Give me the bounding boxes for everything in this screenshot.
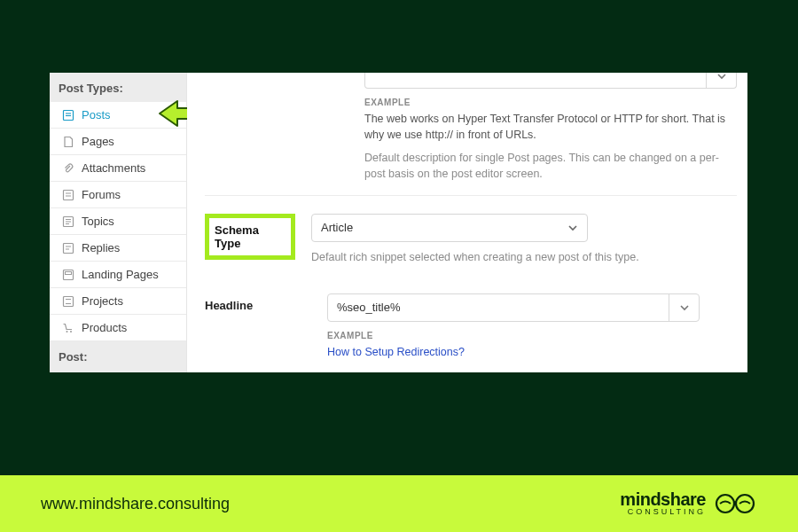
sidebar-item-label: Products	[82, 321, 127, 334]
schema-type-label-highlighted: Schema Type	[205, 214, 295, 260]
svg-rect-14	[66, 271, 72, 274]
help-text-description: Default description for single Post page…	[364, 150, 737, 182]
chevron-down-icon	[567, 223, 578, 233]
svg-point-19	[70, 331, 72, 332]
post-icon	[62, 109, 74, 121]
top-input[interactable]	[365, 73, 706, 88]
settings-panel: Post Types: Posts Pages Attachments Foru…	[50, 73, 747, 372]
chevron-down-icon	[716, 73, 727, 82]
sidebar-item-projects[interactable]: Projects	[50, 288, 186, 315]
schema-type-value: Article	[321, 221, 353, 234]
forum-icon	[62, 189, 74, 201]
sidebar-item-replies[interactable]: Replies	[50, 235, 186, 262]
svg-point-18	[66, 331, 68, 332]
cart-icon	[62, 322, 74, 334]
sidebar-heading-post-types: Post Types:	[50, 73, 186, 102]
sidebar-item-label: Landing Pages	[82, 268, 159, 281]
landing-icon	[62, 269, 74, 281]
sidebar: Post Types: Posts Pages Attachments Foru…	[50, 73, 187, 372]
svg-point-21	[736, 495, 754, 512]
brand-name: mindshare	[620, 491, 706, 508]
top-input-group	[364, 73, 737, 89]
svg-rect-3	[64, 190, 74, 200]
topic-icon	[62, 215, 74, 228]
headline-example-link[interactable]: How to Setup Redirections?	[327, 344, 737, 360]
headline-example-label: EXAMPLE	[327, 331, 737, 340]
sidebar-item-topics[interactable]: Topics	[50, 208, 186, 235]
sidebar-item-label: Forums	[82, 188, 121, 201]
sidebar-item-label: Attachments	[82, 161, 145, 175]
attachment-icon	[62, 162, 74, 175]
page-icon	[62, 136, 74, 148]
brand-text: mindshare CONSULTING	[620, 491, 706, 516]
svg-point-20	[716, 495, 734, 512]
svg-rect-10	[64, 243, 74, 253]
sidebar-item-posts[interactable]: Posts	[50, 102, 186, 129]
sidebar-item-label: Replies	[82, 241, 120, 254]
brand-subtitle: CONSULTING	[628, 508, 706, 516]
headline-input-group: %seo_title%	[327, 293, 700, 322]
sidebar-item-forums[interactable]: Forums	[50, 182, 186, 208]
sidebar-item-pages[interactable]: Pages	[50, 129, 186, 155]
sidebar-item-products[interactable]: Products	[50, 315, 186, 341]
main-content: EXAMPLE The web works on Hyper Text Tran…	[187, 73, 747, 372]
svg-rect-15	[64, 296, 74, 306]
slide-footer: www.mindshare.consulting mindshare CONSU…	[0, 475, 798, 532]
headline-dropdown-toggle[interactable]	[669, 294, 699, 321]
headline-label: Headline	[205, 293, 311, 312]
sidebar-item-label: Posts	[82, 108, 111, 121]
sidebar-item-attachments[interactable]: Attachments	[50, 155, 186, 182]
headline-input[interactable]: %seo_title%	[328, 294, 669, 321]
sidebar-item-label: Topics	[82, 215, 114, 228]
footer-url: www.mindshare.consulting	[41, 495, 230, 513]
example-text: The web works on Hyper Text Transfer Pro…	[364, 111, 737, 143]
schema-type-help: Default rich snippet selected when creat…	[311, 249, 737, 265]
sidebar-item-label: Projects	[82, 294, 123, 308]
reply-icon	[62, 242, 74, 254]
chevron-down-icon	[679, 302, 690, 313]
example-label: EXAMPLE	[364, 98, 737, 107]
divider	[205, 195, 737, 196]
sidebar-heading-post: Post:	[50, 341, 186, 372]
schema-type-dropdown[interactable]: Article	[311, 214, 588, 242]
footer-brand: mindshare CONSULTING	[620, 490, 757, 517]
top-input-dropdown-toggle[interactable]	[706, 73, 736, 88]
sidebar-item-label: Pages	[82, 135, 114, 148]
schema-type-row: Schema Type Article Default rich snippet…	[205, 214, 737, 265]
sidebar-item-landing-pages[interactable]: Landing Pages	[50, 262, 186, 288]
project-icon	[62, 295, 74, 308]
headline-row: Headline %seo_title% EXAMPLE How to Setu…	[205, 285, 737, 360]
glasses-logo-icon	[713, 490, 757, 517]
